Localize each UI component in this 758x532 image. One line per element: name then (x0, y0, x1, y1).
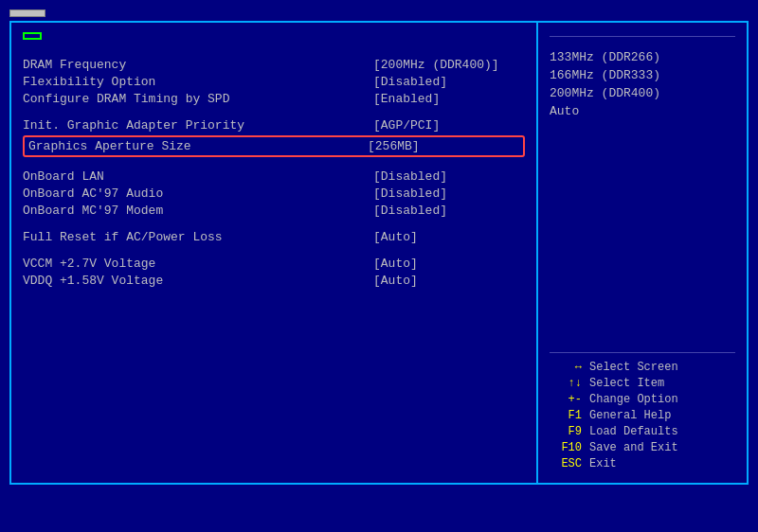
key-sym-6: ESC (550, 457, 582, 470)
tab-row (0, 9, 758, 17)
tab-advanced[interactable] (9, 9, 45, 17)
option-item-3[interactable]: Auto (550, 104, 735, 118)
menu-item-5[interactable]: Graphics Aperture Size[256MB] (23, 135, 525, 157)
left-panel: DRAM Frequency[200MHz (DDR400)]Flexibili… (11, 23, 538, 483)
item-label-13: VCCM +2.7V Voltage (23, 257, 373, 271)
item-value-8: [Disabled] (373, 186, 525, 201)
item-value-0: [200MHz (DDR400)] (373, 58, 525, 72)
item-label-14: VDDQ +1.58V Voltage (23, 274, 373, 288)
key-sym-5: F10 (550, 441, 582, 454)
key-desc-3: General Help (589, 409, 671, 422)
key-row-4: F9Load Defaults (550, 425, 735, 438)
menu-item-7: OnBoard LAN[Disabled] (23, 169, 525, 184)
menu-item-13: VCCM +2.7V Voltage[Auto] (23, 257, 525, 271)
header-bar (0, 0, 758, 9)
key-row-1: ↑↓Select Item (550, 377, 735, 390)
right-panel: 133MHz (DDR266)166MHz (DDR333)200MHz (DD… (538, 23, 747, 483)
option-item-2[interactable]: 200MHz (DDR400) (550, 86, 735, 100)
key-desc-4: Load Defaults (589, 425, 678, 438)
key-desc-2: Change Option (589, 393, 678, 406)
options-title (550, 32, 735, 37)
key-desc-0: Select Screen (589, 361, 678, 374)
menu-item-4: Init. Graphic Adapter Priority[AGP/PCI] (23, 118, 525, 133)
spacer-10 (23, 221, 525, 230)
key-help: ↔Select Screen↑↓Select Item+-Change Opti… (550, 352, 735, 473)
spacer-12 (23, 247, 525, 257)
item-label-0: DRAM Frequency (23, 58, 373, 72)
key-desc-5: Save and Exit (589, 441, 678, 454)
item-label-9: OnBoard MC'97 Modem (23, 204, 373, 218)
key-sym-0: ↔ (550, 361, 582, 374)
option-item-0[interactable]: 133MHz (DDR266) (550, 50, 735, 64)
item-value-11: [Auto] (373, 230, 525, 244)
key-row-0: ↔Select Screen (550, 361, 735, 374)
menu-item-8: OnBoard AC'97 Audio[Disabled] (23, 186, 525, 201)
item-label-7: OnBoard LAN (23, 169, 373, 184)
menu-item-9: OnBoard MC'97 Modem[Disabled] (23, 204, 525, 218)
key-list: ↔Select Screen↑↓Select Item+-Change Opti… (550, 361, 735, 470)
main-container: DRAM Frequency[200MHz (DDR400)]Flexibili… (9, 21, 749, 485)
key-sym-1: ↑↓ (550, 377, 582, 390)
item-label-8: OnBoard AC'97 Audio (23, 186, 373, 201)
menu-item-11: Full Reset if AC/Power Loss[Auto] (23, 230, 525, 244)
menu-items-container: DRAM Frequency[200MHz (DDR400)]Flexibili… (23, 58, 525, 288)
key-row-6: ESCExit (550, 457, 735, 470)
menu-item-0: DRAM Frequency[200MHz (DDR400)] (23, 58, 525, 72)
key-sym-3: F1 (550, 409, 582, 422)
menu-item-2: Configure DRAM Timing by SPD[Enabled] (23, 92, 525, 106)
highlight-box: Graphics Aperture Size[256MB] (23, 135, 525, 157)
option-item-1[interactable]: 166MHz (DDR333) (550, 68, 735, 82)
spacer-6 (23, 160, 525, 169)
key-desc-6: Exit (589, 457, 617, 470)
item-value-9: [Disabled] (373, 204, 525, 218)
item-value-5: [256MB] (368, 139, 519, 153)
key-row-3: F1General Help (550, 409, 735, 422)
menu-item-14: VDDQ +1.58V Voltage[Auto] (23, 274, 525, 288)
item-value-13: [Auto] (373, 257, 525, 271)
section-title (23, 32, 42, 40)
key-desc-1: Select Item (589, 377, 664, 390)
key-row-5: F10Save and Exit (550, 441, 735, 454)
key-sym-4: F9 (550, 425, 582, 438)
item-value-1: [Disabled] (373, 75, 525, 89)
item-value-4: [AGP/PCI] (373, 118, 525, 133)
menu-item-1: Flexibility Option[Disabled] (23, 75, 525, 89)
item-value-2: [Enabled] (373, 92, 525, 106)
item-label-2: Configure DRAM Timing by SPD (23, 92, 373, 106)
spacer-3 (23, 109, 525, 118)
key-sym-2: +- (550, 393, 582, 406)
item-value-14: [Auto] (373, 274, 525, 288)
key-row-2: +-Change Option (550, 393, 735, 406)
item-label-4: Init. Graphic Adapter Priority (23, 118, 373, 133)
options-list: 133MHz (DDR266)166MHz (DDR333)200MHz (DD… (550, 50, 735, 122)
item-label-11: Full Reset if AC/Power Loss (23, 230, 373, 244)
item-label-5: Graphics Aperture Size (28, 139, 368, 153)
item-label-1: Flexibility Option (23, 75, 373, 89)
item-value-7: [Disabled] (373, 169, 525, 184)
